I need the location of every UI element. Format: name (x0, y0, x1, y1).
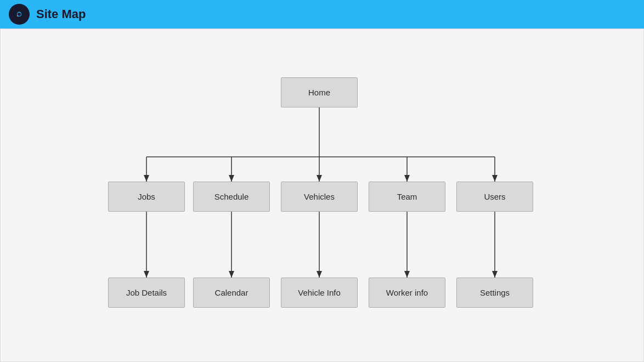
node-jobs[interactable]: Jobs (108, 182, 185, 212)
node-vehicles[interactable]: Vehicles (281, 182, 358, 212)
sitemap-diagram: Home Jobs Schedule Vehicles Team Users J… (75, 50, 569, 341)
svg-point-1 (18, 13, 21, 16)
svg-marker-5 (144, 175, 149, 182)
svg-marker-11 (404, 175, 410, 182)
node-calendar[interactable]: Calendar (193, 278, 270, 308)
logo (9, 4, 30, 25)
node-home[interactable]: Home (281, 77, 358, 108)
svg-marker-21 (404, 271, 410, 278)
svg-marker-9 (317, 175, 322, 182)
node-settings[interactable]: Settings (456, 278, 533, 308)
svg-marker-7 (229, 175, 234, 182)
svg-marker-23 (492, 271, 498, 278)
node-vehicle-info[interactable]: Vehicle Info (281, 278, 358, 308)
main-content: Home Jobs Schedule Vehicles Team Users J… (0, 29, 644, 362)
node-team[interactable]: Team (369, 182, 445, 212)
svg-marker-15 (144, 271, 149, 278)
page-title: Site Map (36, 7, 86, 21)
node-worker-info[interactable]: Worker info (369, 278, 445, 308)
svg-marker-19 (317, 271, 322, 278)
node-users[interactable]: Users (456, 182, 533, 212)
node-schedule[interactable]: Schedule (193, 182, 270, 212)
svg-marker-13 (492, 175, 498, 182)
node-job-details[interactable]: Job Details (108, 278, 185, 308)
header: Site Map (0, 0, 644, 29)
svg-marker-17 (229, 271, 234, 278)
